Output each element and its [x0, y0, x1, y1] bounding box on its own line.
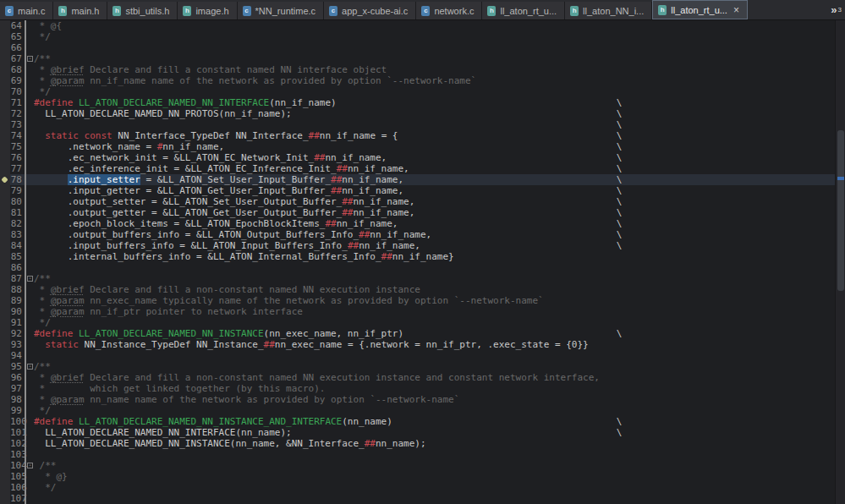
line-number[interactable]: 82	[10, 218, 26, 229]
line-number[interactable]: 64	[10, 20, 26, 31]
code-text[interactable]: /**	[34, 460, 835, 471]
annotation-gutter[interactable]	[0, 218, 10, 229]
annotation-gutter[interactable]	[0, 460, 10, 471]
annotation-gutter[interactable]	[0, 20, 10, 31]
annotation-gutter[interactable]	[0, 284, 10, 295]
code-text[interactable]: * @param nn_if_name name of the network …	[34, 75, 835, 86]
code-text[interactable]: .output_setter = &LL_ATON_Set_User_Outpu…	[34, 196, 835, 207]
code-text[interactable]: #define LL_ATON_DECLARE_NAMED_NN_INTERFA…	[34, 97, 835, 108]
line-number[interactable]: 74	[10, 130, 26, 141]
tab-main-c[interactable]: cmain.c	[0, 2, 53, 19]
annotation-gutter[interactable]	[0, 471, 10, 482]
annotation-gutter[interactable]	[0, 350, 10, 361]
line-number[interactable]: 67	[10, 53, 26, 64]
line-number[interactable]: 76	[10, 152, 26, 163]
tab-main-h[interactable]: hmain.h	[53, 2, 107, 19]
annotation-gutter[interactable]	[0, 383, 10, 394]
line-number[interactable]: 88	[10, 284, 26, 295]
annotation-gutter[interactable]	[0, 75, 10, 86]
code-text[interactable]: * @param nn_name name of the network as …	[34, 394, 835, 405]
code-text[interactable]	[34, 262, 835, 273]
annotation-gutter[interactable]	[0, 119, 10, 130]
code-text[interactable]: * which get linked together (by this mac…	[34, 383, 835, 394]
fold-collapse-icon[interactable]: -	[27, 463, 33, 468]
code-text[interactable]: .input_getter = &LL_ATON_Get_User_Input_…	[34, 185, 835, 196]
line-number[interactable]: 105	[10, 471, 26, 482]
line-number[interactable]: 85	[10, 251, 26, 262]
code-text[interactable]: * @brief Declare and fill a non-constant…	[34, 372, 835, 383]
annotation-gutter[interactable]	[0, 427, 10, 438]
line-number[interactable]: 72	[10, 108, 26, 119]
fold-collapse-icon[interactable]: -	[27, 276, 33, 282]
code-text[interactable]: * @brief Declare and fill a constant nam…	[34, 64, 835, 75]
code-text[interactable]: * @brief Declare and fill a non-constant…	[34, 284, 835, 295]
annotation-gutter[interactable]	[0, 196, 10, 207]
annotation-gutter[interactable]	[0, 438, 10, 449]
code-text[interactable]: .output_buffers_info = &LL_ATON_Output_B…	[34, 229, 835, 240]
code-text[interactable]: * @{	[34, 20, 835, 31]
annotation-gutter[interactable]	[0, 295, 10, 306]
line-number[interactable]: 71	[10, 97, 26, 108]
line-number[interactable]: 87	[10, 273, 26, 284]
line-number[interactable]: 86	[10, 262, 26, 273]
line-number[interactable]: 89	[10, 295, 26, 306]
code-text[interactable]: static const NN_Interface_TypeDef NN_Int…	[34, 130, 835, 141]
annotation-gutter[interactable]	[0, 449, 10, 460]
line-number[interactable]: 99	[10, 405, 26, 416]
line-number[interactable]: 65	[10, 31, 26, 42]
line-number[interactable]: 103	[10, 449, 26, 460]
annotation-gutter[interactable]	[0, 416, 10, 427]
code-text[interactable]: .internal_buffers_info = &LL_ATON_Intern…	[34, 251, 835, 262]
annotation-gutter[interactable]	[0, 361, 10, 372]
line-number[interactable]: 78	[10, 174, 26, 185]
line-number[interactable]: 95	[10, 361, 26, 372]
annotation-gutter[interactable]	[0, 86, 10, 97]
annotation-gutter[interactable]	[0, 163, 10, 174]
line-number[interactable]: 81	[10, 207, 26, 218]
annotation-gutter[interactable]	[0, 372, 10, 383]
line-number[interactable]: 102	[10, 438, 26, 449]
annotation-gutter[interactable]	[0, 229, 10, 240]
code-text[interactable]: /**	[34, 53, 835, 64]
close-icon[interactable]: ×	[733, 5, 739, 15]
annotation-gutter[interactable]	[0, 64, 10, 75]
annotation-gutter[interactable]	[0, 317, 10, 328]
annotation-gutter[interactable]	[0, 174, 10, 185]
code-text[interactable]	[34, 42, 835, 53]
annotation-gutter[interactable]	[0, 240, 10, 251]
line-number[interactable]: 68	[10, 64, 26, 75]
line-number[interactable]: 80	[10, 196, 26, 207]
annotation-gutter[interactable]	[0, 141, 10, 152]
code-text[interactable]: */	[34, 317, 835, 328]
line-number[interactable]: 101	[10, 427, 26, 438]
line-number[interactable]: 79	[10, 185, 26, 196]
annotation-gutter[interactable]	[0, 108, 10, 119]
fold-collapse-icon[interactable]: -	[27, 56, 33, 62]
annotation-gutter[interactable]	[0, 482, 10, 493]
annotation-gutter[interactable]	[0, 493, 10, 504]
annotation-gutter[interactable]	[0, 42, 10, 53]
annotation-gutter[interactable]	[0, 31, 10, 42]
line-number[interactable]: 93	[10, 339, 26, 350]
line-number[interactable]: 83	[10, 229, 26, 240]
code-text[interactable]: #define LL_ATON_DECLARE_NAMED_NN_INSTANC…	[34, 416, 835, 427]
tab-ll-aton-nn-i[interactable]: hll_aton_NN_i...	[565, 2, 652, 19]
annotation-gutter[interactable]	[0, 394, 10, 405]
fold-collapse-icon[interactable]: -	[27, 364, 33, 370]
code-text[interactable]: .ec_inference_init = &LL_ATON_EC_Inferen…	[34, 163, 835, 174]
annotation-gutter[interactable]	[0, 273, 10, 284]
code-text[interactable]: /**	[34, 273, 835, 284]
tab-app-x-cube-ai-c[interactable]: capp_x-cube-ai.c	[324, 2, 416, 19]
code-text[interactable]: .input_setter = &LL_ATON_Set_User_Input_…	[34, 174, 835, 185]
line-number[interactable]: 84	[10, 240, 26, 251]
code-text[interactable]	[34, 350, 835, 361]
code-text[interactable]: .network_name = #nn_if_name, \	[34, 141, 835, 152]
annotation-gutter[interactable]	[0, 405, 10, 416]
annotation-gutter[interactable]	[0, 97, 10, 108]
code-text[interactable]: .output_getter = &LL_ATON_Get_User_Outpu…	[34, 207, 835, 218]
code-text[interactable]: #define LL_ATON_DECLARE_NAMED_NN_INSTANC…	[34, 328, 835, 339]
code-text[interactable]: * @param nn_exec_name typically name of …	[34, 295, 835, 306]
code-text[interactable]: LL_ATON_DECLARE_NAMED_NN_PROTOS(nn_if_na…	[34, 108, 835, 119]
line-number[interactable]: 73	[10, 119, 26, 130]
code-text[interactable]: .epoch_block_items = &LL_ATON_EpochBlock…	[34, 218, 835, 229]
